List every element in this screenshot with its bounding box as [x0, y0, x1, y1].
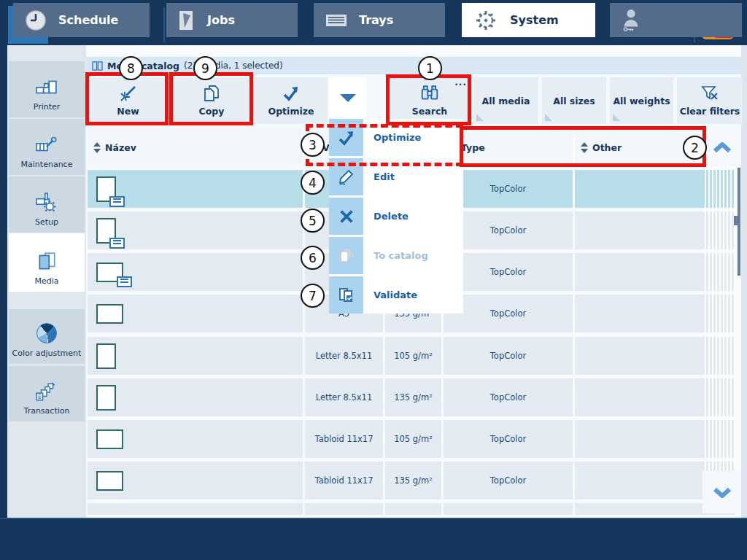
gear-icon [473, 8, 498, 33]
all-sizes-label: All sizes [553, 96, 595, 106]
catalog-book-icon [92, 61, 103, 71]
chevron-down-icon [713, 487, 732, 498]
scroll-up-button[interactable] [703, 128, 741, 166]
column-header-name[interactable]: Název [88, 128, 303, 166]
sidebar-item-media[interactable]: Media [9, 233, 85, 292]
catalog-summary: (23 media, 1 selected) [184, 61, 283, 71]
table-row-partial [88, 503, 741, 515]
menu-item-optimize[interactable]: Optimize [329, 119, 463, 156]
filter-all-weights-button[interactable]: All weights [610, 77, 673, 124]
table-row[interactable]: Letter 8.5x11 105 g/m² TopColor [88, 337, 741, 375]
topbar-divider [163, 7, 165, 42]
user-key-icon [622, 8, 642, 33]
media-sheet-icon [96, 304, 123, 324]
sidebar-item-label: Color adjustment [12, 349, 82, 358]
printer-gear-icon [36, 192, 58, 212]
search-button-label: Search [412, 106, 447, 117]
catalog-title: Media catalog [107, 61, 179, 71]
counter-wrench-icon [36, 136, 58, 155]
media-sheet-icon [96, 471, 123, 491]
menu-item-validate[interactable]: Validate [329, 276, 463, 314]
sort-icon [311, 142, 318, 153]
optimize-button[interactable]: Optimize [255, 77, 328, 124]
table-row[interactable]: Tabloid 11x17 135 g/m² TopColor [88, 462, 741, 499]
more-actions-dropdown-button[interactable] [329, 77, 367, 119]
cascading-documents-icon [36, 382, 58, 401]
sidebar-item-transaction[interactable]: Transaction [9, 366, 85, 421]
printer-controller-app: Ready ! Printer Maintenance [0, 0, 747, 560]
menu-item-edit[interactable]: Edit [329, 158, 463, 195]
binoculars-icon [420, 85, 439, 102]
media-sheets-icon [36, 252, 58, 271]
user-login-button[interactable] [610, 3, 742, 37]
column-header-other[interactable]: Other [575, 128, 703, 166]
pencil-icon [329, 158, 363, 195]
clear-filters-button[interactable]: Clear filters [677, 77, 743, 124]
sidebar-item-label: Printer [34, 102, 61, 112]
to-catalog-pages-icon [329, 237, 363, 274]
jobs-document-icon [178, 10, 196, 31]
all-weights-label: All weights [613, 96, 670, 106]
sidebar-item-maintenance[interactable]: Maintenance [9, 119, 85, 175]
color-pie-icon [36, 323, 57, 343]
clear-filters-label: Clear filters [680, 106, 740, 117]
sidebar-item-printer[interactable]: Printer [9, 61, 85, 117]
delete-x-icon [329, 198, 363, 235]
scrollbar-thumb[interactable] [738, 168, 740, 276]
tab-label: System [510, 13, 559, 27]
more-options-dots: ... [454, 77, 467, 88]
new-button-label: New [117, 106, 139, 117]
new-spark-icon [120, 85, 137, 102]
copy-button-label: Copy [199, 106, 225, 117]
media-sheet-icon [96, 343, 116, 369]
optimize-check-icon [282, 85, 301, 102]
optimize-check-icon [329, 119, 363, 156]
scrollbar-track[interactable] [705, 166, 735, 471]
media-sheet-icon [96, 176, 116, 202]
bottom-tab-bar [0, 518, 747, 560]
table-row[interactable]: Tabloid 11x17 105 g/m² TopColor [88, 420, 741, 458]
validate-doc-icon [329, 276, 363, 314]
sidebar-item-color-adjustment[interactable]: Color adjustment [9, 309, 85, 364]
menu-item-delete[interactable]: Delete [329, 198, 463, 235]
search-button[interactable]: ... Search [389, 77, 471, 124]
filter-all-media-button[interactable]: All media [473, 77, 538, 124]
copy-media-button[interactable]: Copy [171, 77, 252, 124]
printer-icon [36, 78, 58, 97]
all-media-label: All media [482, 96, 530, 106]
scroll-down-button[interactable] [703, 471, 741, 513]
table-row[interactable]: Letter 8.5x11 135 g/m² TopColor [88, 378, 741, 416]
trays-icon [325, 12, 347, 29]
sidebar-item-label: Maintenance [21, 160, 73, 169]
sidebar-item-label: Media [34, 276, 58, 286]
sidebar-item-label: Transaction [24, 406, 70, 416]
media-sheet-icon [96, 218, 116, 244]
menu-item-to-catalog: To catalog [329, 237, 463, 274]
tab-jobs[interactable]: Jobs [166, 3, 298, 37]
sidebar-rail [0, 45, 7, 518]
tab-system[interactable]: System [462, 3, 595, 37]
sort-icon [93, 142, 101, 153]
tab-label: Schedule [58, 13, 118, 27]
media-sheet-icon [96, 262, 123, 282]
tab-schedule[interactable]: Schedule [13, 3, 150, 37]
tab-trays[interactable]: Trays [314, 3, 445, 37]
clock-icon [25, 9, 47, 31]
chevron-up-icon [713, 142, 732, 153]
filter-all-sizes-button[interactable]: All sizes [542, 77, 606, 124]
media-sheet-icon [96, 385, 116, 411]
new-media-button[interactable]: New [89, 77, 167, 124]
sidebar: Printer Maintenance Setup [7, 45, 86, 518]
tab-label: Jobs [207, 13, 235, 27]
copy-pages-icon [203, 85, 220, 102]
tab-label: Trays [359, 13, 393, 27]
funnel-x-icon [701, 85, 719, 102]
sidebar-item-label: Setup [35, 217, 58, 227]
optimize-button-label: Optimize [268, 106, 314, 117]
catalog-header: Media catalog (23 media, 1 selected) [86, 57, 741, 74]
sort-icon [581, 142, 588, 153]
sidebar-item-setup[interactable]: Setup [9, 176, 85, 233]
media-sheet-icon [96, 429, 123, 449]
